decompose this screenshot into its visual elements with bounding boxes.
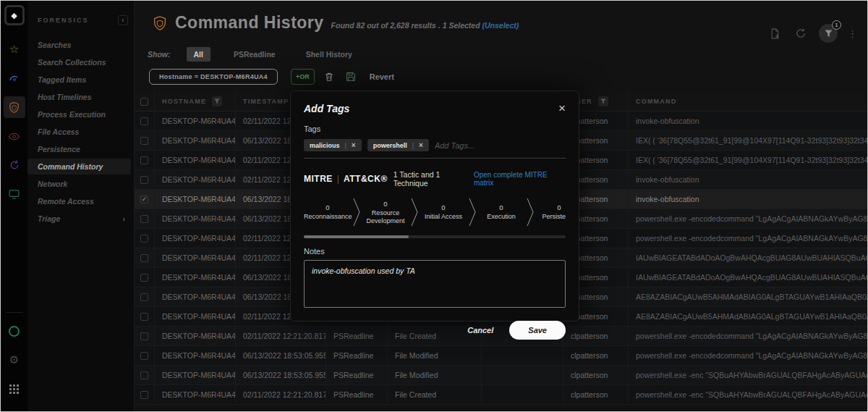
tactics-scrollbar[interactable] (304, 235, 566, 238)
loop-nav-icon[interactable] (4, 154, 25, 176)
mitre-tactic[interactable]: 0 Execution (477, 203, 525, 221)
notes-textarea[interactable]: invoke-obfuscation used by TA (304, 260, 566, 308)
star-nav-icon[interactable]: ☆ (4, 38, 25, 60)
table-row[interactable]: DESKTOP-M6R4UA4 02/11/2022 12:21:20.817 … (135, 385, 867, 405)
mitre-tactic[interactable]: 0 Persistence (535, 203, 566, 221)
cell-event: File Created (388, 385, 482, 404)
row-checkbox[interactable] (140, 352, 148, 360)
add-tags-input[interactable] (435, 141, 566, 150)
row-checkbox[interactable] (140, 156, 148, 164)
tag-chip-list: malicious | × powershell | × (304, 139, 429, 151)
eye-nav-icon[interactable] (4, 125, 25, 147)
row-checkbox[interactable] (140, 254, 148, 262)
table-row[interactable]: DESKTOP-M6R4UA4 06/13/2022 18:53:05.955 … (135, 366, 867, 385)
row-checkbox[interactable] (140, 293, 148, 301)
tactic-divider (526, 197, 535, 227)
cell-user: clpatterson (563, 346, 629, 365)
row-checkbox[interactable] (140, 332, 148, 340)
page-title: Command History (175, 13, 324, 33)
row-checkbox[interactable] (140, 313, 148, 321)
save-filter-button[interactable] (344, 70, 358, 84)
tags-label: Tags (304, 125, 566, 133)
cancel-button[interactable]: Cancel (467, 326, 493, 335)
scrollbar-thumb[interactable] (304, 235, 409, 238)
open-mitre-matrix-link[interactable]: Open complete MITRE matrix (474, 171, 566, 187)
cell-hostname: DESKTOP-M6R4UA4 (155, 170, 236, 189)
active-filters-button[interactable]: 1 (819, 24, 838, 43)
cell-hostname: DESKTOP-M6R4UA4 (155, 229, 236, 248)
col-hostname[interactable]: HOSTNAME (155, 92, 236, 111)
sidebar-collapse-button[interactable]: ‹ (118, 15, 128, 25)
tag-chip[interactable]: malicious | × (304, 139, 362, 151)
row-checkbox[interactable] (140, 176, 148, 184)
apps-grid-icon[interactable] (4, 378, 25, 400)
settings-gear-icon[interactable]: ⚙ (4, 349, 25, 371)
mitre-tactic[interactable]: 0 Initial Access (420, 203, 467, 221)
row-checkbox[interactable] (140, 117, 148, 125)
row-checkbox[interactable]: ✓ (140, 196, 148, 203)
select-all-checkbox[interactable] (140, 98, 148, 106)
sidebar-item[interactable]: Search Collections (27, 54, 131, 70)
hostname-filter-chip[interactable]: Hostname = DESKTOP-M6R4UA4 (149, 69, 278, 85)
show-tab[interactable]: All (187, 47, 210, 62)
cell-hostname: DESKTOP-M6R4UA4 (155, 112, 236, 130)
row-checkbox[interactable] (140, 274, 148, 282)
cell-command: invoke-obfuscation (629, 112, 867, 130)
status-ring-icon[interactable] (4, 320, 25, 342)
row-checkbox[interactable] (140, 371, 148, 379)
export-document-icon (769, 28, 781, 40)
sidebar-item[interactable]: Searches (27, 37, 131, 53)
unselect-link[interactable]: (Unselect) (482, 21, 519, 30)
icon-rail: ◆ ☆ ⚙ (1, 1, 27, 411)
save-button[interactable]: Save (509, 321, 566, 340)
add-or-filter-button[interactable]: +OR (291, 69, 315, 85)
sidebar-item[interactable]: Host Timelines (27, 89, 131, 105)
show-tab[interactable]: PSReadline (226, 47, 283, 62)
hostname-filter-icon[interactable] (212, 96, 222, 106)
terminal-nav-icon[interactable] (4, 183, 25, 205)
sidebar-item[interactable]: Triage › (27, 211, 131, 227)
row-checkbox[interactable] (140, 215, 148, 223)
delete-filter-button[interactable] (322, 70, 336, 84)
remove-tag-icon[interactable]: × (352, 141, 356, 149)
cell-timestamp: 06/13/2022 18:53:05.955 (236, 366, 326, 384)
cell-user: clpatterson (563, 327, 629, 345)
sidebar-item[interactable]: Process Execution (27, 106, 131, 122)
monitor-icon (8, 188, 20, 201)
sidebar-item[interactable]: File Access (27, 124, 131, 140)
app-logo[interactable]: ◆ (4, 5, 25, 25)
sidebar-item[interactable]: Remote Access (27, 193, 131, 209)
table-row[interactable]: DESKTOP-M6R4UA4 06/13/2022 18:53:05.955 … (135, 346, 867, 366)
cell-command: AE8AZABIACgAUwB5AHMAdABIAG0ALgBTAGUAYwB1… (629, 307, 867, 326)
cell-hostname: DESKTOP-M6R4UA4 (155, 151, 236, 169)
cell-hostname: DESKTOP-M6R4UA4 (155, 366, 236, 384)
export-button[interactable] (767, 26, 783, 41)
user-filter-icon[interactable] (598, 96, 608, 106)
remove-tag-icon[interactable]: × (419, 141, 423, 149)
cell-command: powershell.exe -encodedcommand "LgAgACgA… (629, 327, 867, 345)
sidebar-item[interactable]: Persistence (27, 141, 131, 157)
mitre-tactic[interactable]: 0 Reconnaissance (304, 203, 352, 221)
sidebar-item[interactable]: Network (27, 176, 131, 192)
cell-hostname: DESKTOP-M6R4UA4 (155, 327, 236, 345)
forensics-shield-nav-icon[interactable] (4, 96, 25, 118)
cell-command: powershell.exe -enc "SQBuAHYAbwBrAGUALQB… (629, 366, 867, 384)
show-tab[interactable]: Shell History (299, 47, 359, 62)
row-checkbox[interactable] (140, 235, 148, 243)
sidebar-item[interactable]: Tagged Items (27, 72, 131, 88)
revert-button[interactable]: Revert (370, 72, 394, 81)
filter-bar: Hostname = DESKTOP-M6R4UA4 +OR Revert (149, 69, 394, 85)
col-command[interactable]: COMMAND (629, 92, 867, 111)
refresh-button[interactable] (793, 25, 809, 41)
filter-funnel-icon (825, 30, 833, 38)
gauge-nav-icon[interactable] (4, 67, 25, 89)
sidebar-item[interactable]: Command History (27, 159, 131, 175)
more-options-button[interactable]: ⋮ (848, 28, 857, 39)
filter-count-badge: 1 (832, 20, 841, 30)
row-checkbox[interactable] (140, 137, 148, 145)
row-checkbox[interactable] (140, 391, 148, 399)
mitre-tactic[interactable]: 0 Resource Development (362, 200, 409, 225)
close-icon[interactable]: × (558, 104, 566, 114)
add-tags-modal: Add Tags × Tags malicious | × powershell… (290, 91, 579, 321)
tag-chip[interactable]: powershell | × (367, 139, 429, 151)
